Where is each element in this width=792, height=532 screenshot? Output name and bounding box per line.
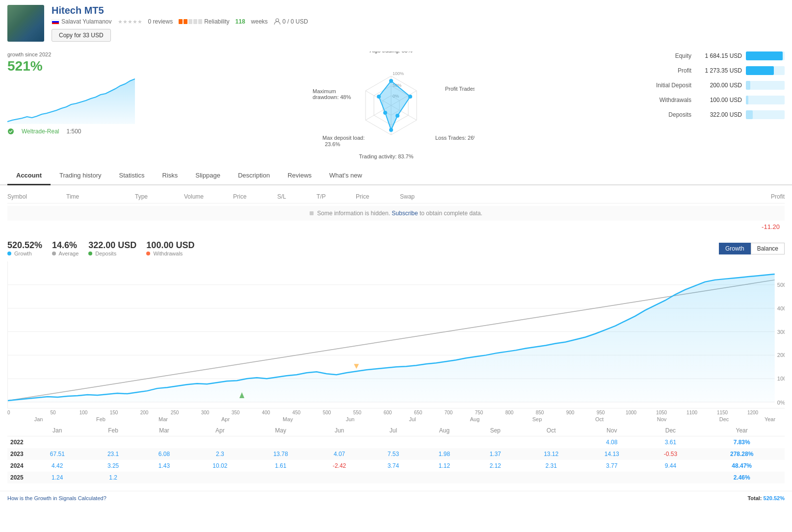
withdrawals-label: Withdrawals bbox=[637, 97, 691, 103]
month-may: May bbox=[257, 416, 319, 422]
month-cell bbox=[250, 472, 311, 483]
x-num-400: 400 bbox=[251, 410, 281, 415]
growth-button[interactable]: Growth bbox=[719, 243, 751, 254]
tab-statistics[interactable]: Statistics bbox=[110, 167, 154, 185]
month-cell: 6.08 bbox=[139, 448, 190, 460]
tab-description[interactable]: Description bbox=[229, 167, 279, 185]
withdrawals-bar-container bbox=[746, 96, 785, 104]
reliability-label: Reliability bbox=[204, 18, 229, 25]
x-num-750: 750 bbox=[464, 410, 494, 415]
table-row: 20244.423.251.4310.021.61-2.423.741.122.… bbox=[7, 460, 785, 472]
deposits-label: Deposits bbox=[637, 111, 691, 118]
balance-button[interactable]: Balance bbox=[751, 243, 785, 254]
profit-value: 11.20 bbox=[764, 223, 780, 230]
month-cell: 1.61 bbox=[250, 460, 311, 472]
withdrawals-value: 100.00 USD bbox=[695, 97, 742, 103]
tab-trading-history[interactable]: Trading history bbox=[51, 167, 110, 185]
tab-account[interactable]: Account bbox=[7, 167, 51, 185]
tab-reviews[interactable]: Reviews bbox=[279, 167, 320, 185]
x-num-950: 950 bbox=[585, 410, 616, 415]
th-oct: Oct bbox=[521, 425, 581, 436]
month-cell: 1.12 bbox=[419, 460, 470, 472]
x-num-1150: 1150 bbox=[707, 410, 738, 415]
main-chart-svg: 0% 100% 200% 300% 400% 500% bbox=[8, 261, 785, 408]
col-price: Price bbox=[233, 193, 277, 200]
help-link[interactable]: How is the Growth in Signals Calculated? bbox=[7, 495, 106, 501]
month-cell: -0.53 bbox=[642, 448, 699, 460]
deposits-row: Deposits 322.00 USD bbox=[637, 110, 785, 119]
radar-section: Algo trading: 83% Profit Trades: 74% Los… bbox=[152, 51, 630, 159]
withdrawals-chart-sub: Withdrawals bbox=[146, 251, 194, 256]
average-dot bbox=[52, 252, 56, 255]
year-cell: 2024 bbox=[7, 460, 27, 472]
x-num-700: 700 bbox=[433, 410, 464, 415]
table-row: 20251.241.22.46% bbox=[7, 472, 785, 483]
equity-bar bbox=[746, 51, 783, 60]
month-jan: Jan bbox=[7, 416, 70, 422]
hidden-icon bbox=[310, 211, 314, 215]
table-header: Symbol Time Type Volume Price S/L T/P Pr… bbox=[7, 190, 785, 203]
month-cell bbox=[88, 436, 139, 449]
month-cell bbox=[470, 436, 521, 449]
month-nov: Nov bbox=[631, 416, 693, 422]
x-num-50: 50 bbox=[38, 410, 68, 415]
broker-link[interactable]: Weltrade-Real bbox=[22, 128, 59, 135]
year-cell: 2022 bbox=[7, 436, 27, 449]
header-info: Hitech MT5 Salavat Yulamanov ★★★★★ 0 rev… bbox=[52, 5, 785, 42]
month-cell: 7.83% bbox=[699, 436, 785, 449]
th-feb: Feb bbox=[88, 425, 139, 436]
month-cell: 1.98 bbox=[419, 448, 470, 460]
month-oct: Oct bbox=[568, 416, 631, 422]
copy-button[interactable]: Copy for 33 USD bbox=[52, 29, 111, 42]
deposits-chart-val: 322.00 USD bbox=[88, 240, 136, 251]
month-cell bbox=[190, 436, 251, 449]
withdrawals-row: Withdrawals 100.00 USD bbox=[637, 96, 785, 104]
month-cell: 2.46% bbox=[699, 472, 785, 483]
hidden-msg: Some information is hidden. bbox=[317, 210, 390, 217]
year-cell: 2025 bbox=[7, 472, 27, 483]
th-sep: Sep bbox=[470, 425, 521, 436]
chart-controls: 520.52% Growth 14.6% Average 322.00 USD … bbox=[7, 240, 785, 256]
flag-icon: Salavat Yulamanov bbox=[52, 18, 112, 25]
tab-risks[interactable]: Risks bbox=[154, 167, 187, 185]
svg-text:200%: 200% bbox=[777, 352, 785, 358]
rel-bar-1 bbox=[179, 19, 183, 24]
month-cell: 4.42 bbox=[27, 460, 88, 472]
month-cell: 13.12 bbox=[521, 448, 581, 460]
svg-point-0 bbox=[276, 19, 279, 22]
month-cell: 1.37 bbox=[470, 448, 521, 460]
page-title: Hitech MT5 bbox=[52, 5, 785, 16]
funds-value: 0 / 0 USD bbox=[283, 18, 308, 25]
month-jul: Jul bbox=[381, 416, 444, 422]
radar-label-drawdown2: drawdown: 48% bbox=[313, 94, 351, 100]
month-cell bbox=[27, 436, 88, 449]
month-cell bbox=[250, 436, 311, 449]
person-icon bbox=[274, 18, 281, 25]
month-cell bbox=[521, 436, 581, 449]
col-volume: Volume bbox=[184, 193, 233, 200]
subscribe-link[interactable]: Subscribe bbox=[392, 210, 418, 217]
col-price2: Price bbox=[356, 193, 400, 200]
month-mar: Mar bbox=[132, 416, 194, 422]
month-cell: 1.2 bbox=[88, 472, 139, 483]
month-cell bbox=[139, 472, 190, 483]
year-table-header: Jan Feb Mar Apr May Jun Jul Aug Sep Oct … bbox=[7, 425, 785, 436]
reviews-count: 0 reviews bbox=[148, 18, 173, 25]
svg-text:400%: 400% bbox=[777, 305, 785, 311]
month-cell: 48.47% bbox=[699, 460, 785, 472]
deposits-value: 322.00 USD bbox=[695, 111, 742, 118]
month-jun: Jun bbox=[319, 416, 381, 422]
th-aug: Aug bbox=[419, 425, 470, 436]
average-val: 14.6% bbox=[52, 240, 79, 251]
month-cell: 1.24 bbox=[27, 472, 88, 483]
table-section: Symbol Time Type Volume Price S/L T/P Pr… bbox=[0, 185, 792, 235]
profit-bar bbox=[746, 66, 774, 75]
rel-bar-3 bbox=[188, 19, 192, 24]
tab-slippage[interactable]: Slippage bbox=[186, 167, 229, 185]
country-flag bbox=[52, 19, 59, 25]
tab-whats-new[interactable]: What's new bbox=[320, 167, 371, 185]
weeks-value: 118 bbox=[236, 18, 245, 25]
equity-bar-container bbox=[746, 51, 785, 60]
footer: How is the Growth in Signals Calculated?… bbox=[0, 491, 792, 505]
month-labels: Jan Feb Mar Apr May Jun Jul Aug Sep Oct … bbox=[7, 416, 785, 425]
